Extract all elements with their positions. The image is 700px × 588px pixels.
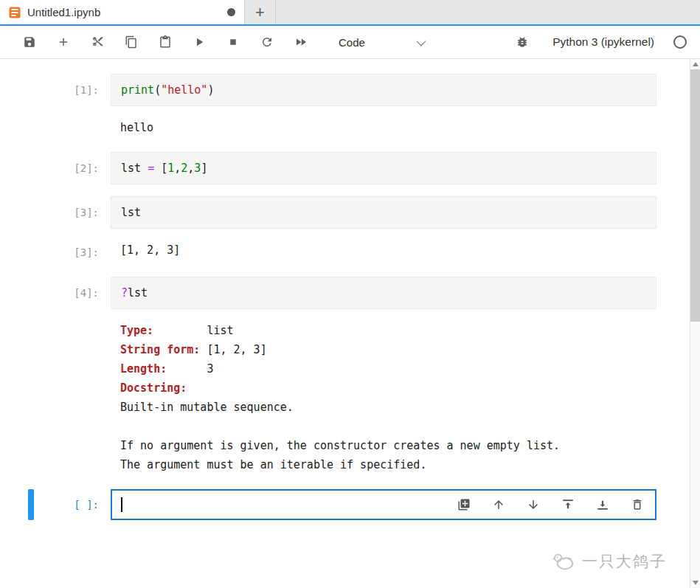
copy-cells-button[interactable] bbox=[114, 27, 148, 57]
code-token: = bbox=[148, 162, 154, 175]
code-token: [ bbox=[154, 162, 167, 175]
output-prompt: [3]: bbox=[0, 241, 111, 262]
run-cell-button[interactable] bbox=[182, 27, 216, 57]
code-source: print("hello") bbox=[111, 75, 656, 106]
cell-type-dropdown[interactable]: Code bbox=[336, 31, 428, 53]
insert-cell-below-button[interactable] bbox=[595, 497, 610, 512]
move-cell-up-icon bbox=[492, 498, 505, 511]
code-token: ? bbox=[121, 286, 128, 300]
cell-input[interactable]: ?lst bbox=[111, 277, 656, 309]
code-source: ?lst bbox=[111, 277, 656, 308]
code-cell: [4]:?lst bbox=[0, 277, 656, 309]
run-all-cells-button[interactable] bbox=[284, 27, 318, 57]
cell-output: hello bbox=[0, 118, 656, 137]
insert-cell-above-button[interactable] bbox=[561, 497, 575, 512]
scroll-up-button[interactable] bbox=[690, 59, 700, 69]
code-token: ) bbox=[207, 83, 214, 97]
notebook-toolbar: Code Python 3 (ipykernel) bbox=[0, 26, 700, 59]
output-text: hello bbox=[111, 118, 656, 137]
input-prompt: [4]: bbox=[0, 277, 111, 300]
run-all-icon bbox=[294, 35, 308, 49]
input-prompt: [3]: bbox=[0, 196, 111, 220]
cell-input[interactable]: lst = [1,2,3] bbox=[111, 152, 656, 184]
main-area: [1]:print("hello")hello[2]:lst = [1,2,3]… bbox=[0, 59, 700, 588]
restart-kernel-button[interactable] bbox=[250, 27, 284, 57]
move-cell-down-button[interactable] bbox=[526, 497, 541, 512]
code-token: ] bbox=[201, 162, 207, 175]
scroll-down-button[interactable] bbox=[690, 578, 700, 588]
code-token: , bbox=[187, 162, 194, 175]
kernel-name[interactable]: Python 3 (ipykernel) bbox=[550, 35, 657, 49]
scrollbar-thumb[interactable] bbox=[690, 69, 700, 322]
cell-toolbar bbox=[457, 497, 645, 512]
cell-type-value: Code bbox=[339, 36, 365, 49]
kernel-status-icon bbox=[673, 35, 687, 49]
watermark: 一只大鸽子 bbox=[552, 551, 667, 572]
duplicate-cell-icon bbox=[457, 498, 471, 511]
move-cell-down-icon bbox=[527, 498, 540, 511]
output-token: Built-in mutable sequence. bbox=[120, 401, 294, 414]
output-token: [1, 2, 3] bbox=[120, 243, 180, 257]
add-cell-button[interactable] bbox=[46, 27, 80, 57]
output-token: If no argument is given, the constructor… bbox=[120, 439, 560, 452]
code-token: print bbox=[121, 83, 154, 97]
active-cell-input[interactable] bbox=[111, 489, 656, 520]
code-token: 1 bbox=[167, 162, 174, 175]
output-prompt bbox=[0, 321, 111, 323]
cell-output: Type: list String form: [1, 2, 3] Length… bbox=[0, 321, 656, 474]
cell-input[interactable]: print("hello") bbox=[111, 74, 656, 106]
output-token: hello bbox=[120, 121, 153, 134]
output-text: Type: list String form: [1, 2, 3] Length… bbox=[111, 321, 656, 474]
new-tab-button[interactable]: + bbox=[245, 0, 276, 24]
cell-input[interactable]: lst bbox=[111, 196, 656, 229]
tab-untitled1[interactable]: Untitled1.ipynb bbox=[0, 0, 245, 24]
debugger-button[interactable] bbox=[505, 27, 539, 57]
text-cursor bbox=[121, 497, 122, 512]
save-icon bbox=[23, 35, 36, 49]
active-cell-collapser[interactable] bbox=[28, 489, 34, 520]
cell-list: [1]:print("hello")hello[2]:lst = [1,2,3]… bbox=[0, 59, 690, 588]
save-button[interactable] bbox=[13, 27, 46, 57]
code-token: "hello" bbox=[161, 83, 207, 97]
output-token: Length: bbox=[120, 362, 167, 376]
restart-kernel-icon bbox=[260, 35, 274, 49]
output-prompt bbox=[0, 118, 111, 120]
code-token: lst bbox=[128, 286, 148, 300]
output-token: [1, 2, 3] bbox=[200, 343, 266, 356]
output-token: Docstring: bbox=[120, 381, 187, 395]
input-prompt: [1]: bbox=[0, 74, 111, 97]
notebook-file-icon bbox=[9, 7, 21, 18]
scroll-down-icon bbox=[693, 581, 699, 585]
run-icon bbox=[193, 35, 206, 49]
duplicate-cell-button[interactable] bbox=[457, 497, 471, 512]
interrupt-kernel-button[interactable] bbox=[216, 27, 250, 57]
code-cell: [1]:print("hello") bbox=[0, 74, 656, 106]
code-cell: [3]:lst bbox=[0, 196, 656, 229]
code-token: , bbox=[174, 162, 181, 175]
cell-output: [3]:[1, 2, 3] bbox=[0, 241, 656, 262]
active-cell-row: [ ]: bbox=[0, 489, 656, 520]
watermark-text: 一只大鸽子 bbox=[582, 551, 667, 572]
insert-cell-above-icon bbox=[561, 498, 575, 511]
stop-icon bbox=[226, 35, 240, 49]
copy-icon bbox=[125, 35, 138, 49]
delete-cell-icon bbox=[631, 498, 644, 511]
move-cell-up-button[interactable] bbox=[491, 497, 506, 512]
pigeon-icon bbox=[552, 551, 577, 572]
vertical-scrollbar[interactable] bbox=[690, 59, 700, 588]
code-token: ( bbox=[154, 83, 161, 97]
output-token: The argument must be an iterable if spec… bbox=[120, 458, 426, 471]
unsaved-indicator-icon bbox=[227, 8, 235, 16]
debugger-icon bbox=[516, 35, 529, 49]
tab-title: Untitled1.ipynb bbox=[27, 6, 100, 18]
cut-cells-button[interactable] bbox=[80, 27, 114, 57]
code-cell: [2]:lst = [1,2,3] bbox=[0, 152, 656, 184]
paste-cells-button[interactable] bbox=[148, 27, 182, 57]
input-prompt: [2]: bbox=[0, 152, 111, 176]
output-token: list bbox=[153, 324, 233, 337]
code-token: 2 bbox=[181, 162, 187, 175]
output-text: [1, 2, 3] bbox=[111, 241, 656, 260]
delete-cell-button[interactable] bbox=[630, 497, 645, 512]
output-token: Type: bbox=[120, 324, 153, 337]
tab-bar: Untitled1.ipynb + bbox=[0, 0, 700, 26]
